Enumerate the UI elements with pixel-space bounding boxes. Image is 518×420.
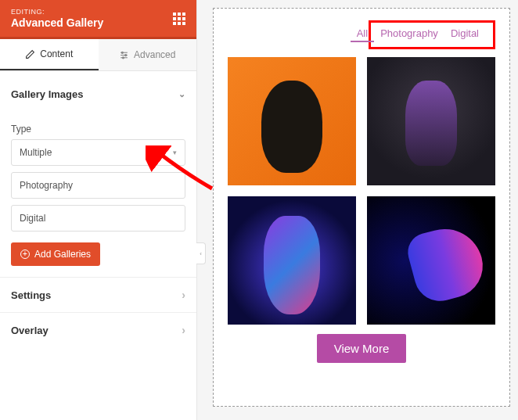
- chevron-down-icon: ⌄: [178, 89, 185, 99]
- filter-all[interactable]: All: [351, 26, 374, 42]
- section-gallery-images: Gallery Images ⌄: [0, 71, 196, 111]
- settings-label: Settings: [11, 289, 51, 301]
- gallery-field-label: Photography: [20, 180, 73, 191]
- gallery-field-digital[interactable]: Digital: [11, 205, 185, 232]
- chevron-right-icon: ›: [182, 289, 185, 301]
- add-galleries-button[interactable]: + Add Galleries: [11, 242, 100, 266]
- plus-circle-icon: +: [20, 249, 30, 259]
- section-head-gallery[interactable]: Gallery Images ⌄: [11, 84, 185, 105]
- widget-title: Advanced Gallery: [11, 16, 103, 29]
- gallery-field-label: Digital: [20, 213, 45, 224]
- type-value: Multiple: [20, 147, 52, 158]
- gallery-widget: All Photography Digital View More: [213, 8, 510, 407]
- gallery-grid: [228, 57, 495, 325]
- gallery-thumb[interactable]: [228, 196, 356, 325]
- overlay-label: Overlay: [11, 325, 49, 336]
- add-galleries-label: Add Galleries: [34, 249, 91, 260]
- gallery-heading: Gallery Images: [11, 88, 84, 100]
- filter-photography[interactable]: Photography: [374, 26, 444, 42]
- tab-content-label: Content: [40, 48, 73, 59]
- sliders-icon: [119, 50, 129, 60]
- svg-point-4: [125, 54, 127, 56]
- pencil-icon: [25, 49, 35, 59]
- filter-digital[interactable]: Digital: [444, 26, 485, 42]
- filter-tabs-highlight: All Photography Digital: [369, 20, 495, 49]
- gallery-thumb[interactable]: [228, 57, 356, 185]
- tab-advanced-label: Advanced: [134, 49, 175, 60]
- gallery-thumb[interactable]: [367, 196, 495, 325]
- apps-grid-icon[interactable]: [173, 13, 185, 25]
- accordion-overlay[interactable]: Overlay ›: [0, 312, 196, 347]
- gallery-field-photography[interactable]: Photography: [11, 172, 185, 199]
- accordion-settings[interactable]: Settings ›: [0, 277, 196, 312]
- view-more-button[interactable]: View More: [317, 334, 407, 363]
- panel-header: EDITING: Advanced Gallery: [0, 0, 196, 39]
- type-label: Type: [11, 124, 185, 135]
- caret-down-icon: ▾: [173, 149, 177, 156]
- tab-advanced[interactable]: Advanced: [99, 39, 197, 70]
- type-select[interactable]: Multiple ▾: [11, 139, 185, 166]
- tab-content[interactable]: Content: [0, 39, 99, 70]
- preview-area: All Photography Digital View More: [197, 0, 518, 420]
- svg-point-3: [121, 52, 123, 53]
- gallery-thumb[interactable]: [367, 57, 495, 185]
- panel-tabs: Content Advanced: [0, 39, 196, 71]
- sidebar-panel: EDITING: Advanced Gallery Content Advanc…: [0, 0, 197, 420]
- editing-label: EDITING:: [11, 8, 103, 16]
- chevron-right-icon: ›: [182, 324, 185, 336]
- svg-point-5: [122, 56, 124, 58]
